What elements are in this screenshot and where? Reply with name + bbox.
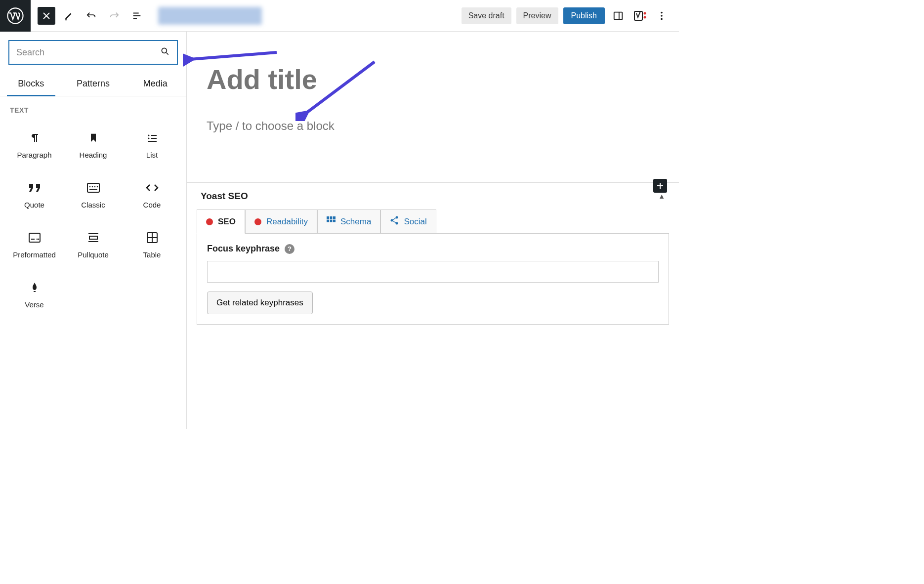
help-icon[interactable]: ? <box>285 244 294 254</box>
block-list[interactable]: List <box>123 123 181 167</box>
document-overview-button[interactable] <box>127 6 146 25</box>
block-label: Code <box>143 201 161 209</box>
collapse-icon[interactable]: ▲ <box>658 192 665 200</box>
block-label: Preformatted <box>13 250 56 259</box>
yoast-tab-schema[interactable]: Schema <box>317 209 380 234</box>
svg-rect-22 <box>89 189 97 190</box>
yoast-tab-seo[interactable]: SEO <box>197 209 245 234</box>
search-input[interactable] <box>16 47 160 58</box>
svg-point-9 <box>661 18 663 20</box>
yoast-title: Yoast SEO <box>201 191 248 202</box>
svg-point-14 <box>148 138 149 139</box>
post-body-input[interactable] <box>207 119 659 133</box>
svg-point-6 <box>644 16 646 18</box>
block-label: Pullquote <box>78 250 109 259</box>
svg-rect-37 <box>327 219 329 222</box>
heading-icon <box>86 131 100 145</box>
editor-content <box>187 32 679 148</box>
svg-point-25 <box>36 239 38 240</box>
block-label: Paragraph <box>17 151 51 159</box>
block-table[interactable]: Table <box>123 223 181 267</box>
yoast-tab-label: Schema <box>340 217 371 227</box>
svg-point-26 <box>38 239 39 240</box>
block-label: Classic <box>81 201 105 209</box>
yoast-tab-label: SEO <box>218 217 236 227</box>
get-related-keyphrases-button[interactable]: Get related keyphrases <box>207 292 313 314</box>
inserter-tabs: Blocks Patterns Media <box>0 72 186 96</box>
svg-line-43 <box>393 218 396 220</box>
search-box <box>8 40 178 65</box>
keyphrase-row: Focus keyphrase ? <box>207 244 659 254</box>
svg-rect-17 <box>87 183 99 192</box>
block-verse[interactable]: Verse <box>5 273 64 317</box>
post-title-input[interactable] <box>207 63 659 95</box>
yoast-tab-readability[interactable]: Readability <box>245 209 317 234</box>
svg-rect-36 <box>333 216 336 219</box>
editor-canvas[interactable]: Yoast SEO ▲ SEO Readability Schema Socia… <box>187 32 679 429</box>
schema-icon <box>327 216 336 227</box>
yoast-body: Focus keyphrase ? Get related keyphrases <box>197 233 669 325</box>
block-quote[interactable]: Quote <box>5 173 64 217</box>
svg-point-12 <box>148 135 149 136</box>
classic-icon <box>86 181 100 195</box>
redo-button[interactable] <box>105 6 124 25</box>
add-block-button[interactable] <box>653 179 667 193</box>
yoast-header[interactable]: Yoast SEO ▲ <box>187 183 679 209</box>
share-icon <box>390 216 399 227</box>
toolbar-right: Save draft Preview Publish <box>462 7 679 24</box>
block-section-title: TEXT <box>0 104 186 123</box>
verse-icon <box>28 281 42 294</box>
undo-button[interactable] <box>82 6 101 25</box>
save-draft-button[interactable]: Save draft <box>462 7 511 24</box>
yoast-tab-label: Social <box>404 217 426 227</box>
block-label: Heading <box>80 151 107 159</box>
svg-rect-38 <box>330 219 333 222</box>
block-label: Verse <box>25 300 43 309</box>
options-menu-button[interactable] <box>653 7 670 24</box>
preformatted-icon <box>28 231 42 245</box>
blurred-region <box>158 7 262 25</box>
block-inserter-panel: Blocks Patterns Media TEXT Paragraph Hea… <box>0 32 187 429</box>
svg-rect-39 <box>333 219 336 222</box>
block-label: List <box>146 151 158 159</box>
preview-button[interactable]: Preview <box>516 7 558 24</box>
svg-point-5 <box>644 12 646 14</box>
yoast-tab-social[interactable]: Social <box>380 209 436 234</box>
svg-rect-28 <box>89 236 97 239</box>
block-paragraph[interactable]: Paragraph <box>5 123 64 167</box>
svg-rect-1 <box>65 19 67 20</box>
svg-point-8 <box>661 15 663 17</box>
list-icon <box>145 131 159 145</box>
top-toolbar: Save draft Preview Publish <box>0 0 679 32</box>
settings-sidebar-toggle[interactable] <box>610 7 627 24</box>
svg-rect-2 <box>614 12 623 19</box>
svg-point-21 <box>96 186 98 188</box>
svg-rect-23 <box>29 233 40 242</box>
close-inserter-button[interactable] <box>38 7 55 25</box>
svg-point-40 <box>396 216 398 219</box>
block-heading[interactable]: Heading <box>64 123 123 167</box>
block-label: Table <box>143 250 161 259</box>
tab-media[interactable]: Media <box>124 72 186 96</box>
tab-blocks[interactable]: Blocks <box>0 72 62 96</box>
publish-button[interactable]: Publish <box>563 7 605 24</box>
code-icon <box>145 181 159 195</box>
tab-patterns[interactable]: Patterns <box>62 72 125 96</box>
svg-point-18 <box>89 186 90 188</box>
table-icon <box>145 231 159 245</box>
svg-rect-34 <box>327 216 329 219</box>
edit-tool-button[interactable] <box>59 6 78 25</box>
yoast-icon[interactable] <box>631 7 648 24</box>
wordpress-logo[interactable] <box>0 0 31 32</box>
svg-point-41 <box>391 219 393 222</box>
svg-point-7 <box>661 11 663 13</box>
block-pullquote[interactable]: Pullquote <box>64 223 123 267</box>
svg-point-10 <box>162 48 167 53</box>
block-classic[interactable]: Classic <box>64 173 123 217</box>
block-code[interactable]: Code <box>123 173 181 217</box>
svg-point-20 <box>94 186 95 188</box>
block-list[interactable]: TEXT Paragraph Heading List Quote Classi… <box>0 96 186 424</box>
block-preformatted[interactable]: Preformatted <box>5 223 64 267</box>
keyphrase-input[interactable] <box>207 261 659 283</box>
svg-line-11 <box>167 53 168 55</box>
